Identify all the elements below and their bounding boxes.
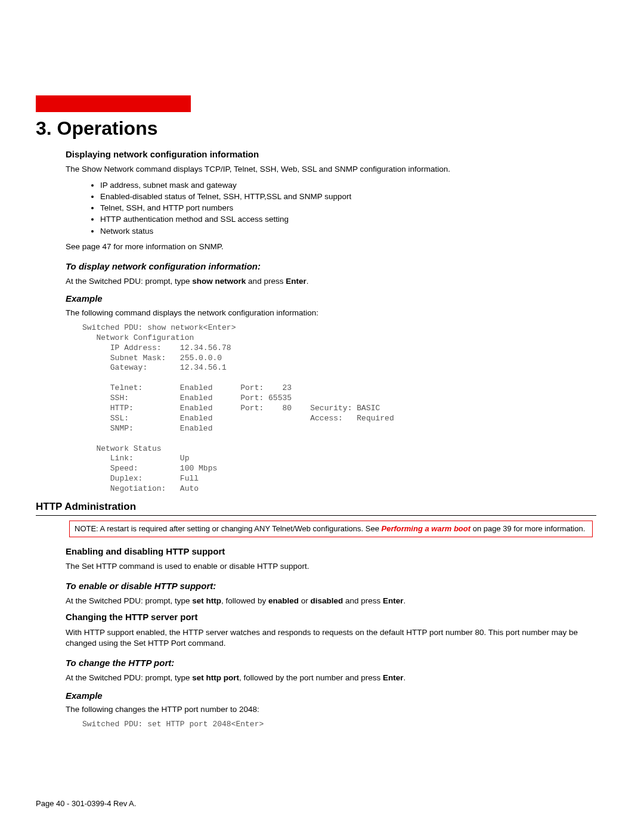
console-output: Switched PDU: set HTTP port 2048<Enter> xyxy=(82,720,596,730)
sub1-text: The Set HTTP command is used to enable o… xyxy=(66,561,596,572)
bullet-item: Telnet, SSH, and HTTP port numbers xyxy=(100,203,596,213)
cmd: set http xyxy=(192,596,221,605)
cmd: set http port xyxy=(192,673,239,682)
text: At the Switched PDU: prompt, type xyxy=(66,673,192,682)
example-text: The following command displays the netwo… xyxy=(66,308,596,318)
section1-title: Displaying network configuration informa… xyxy=(66,148,596,160)
key: Enter xyxy=(383,596,404,605)
note-emphasis: Performing a warm boot xyxy=(382,524,471,533)
section1-p2: See page 47 for more information on SNMP… xyxy=(66,241,596,252)
console-output: Switched PDU: show network<Enter> Networ… xyxy=(82,323,596,494)
cmd: show network xyxy=(192,277,246,286)
sub2-text: With HTTP support enabled, the HTTP serv… xyxy=(66,627,596,649)
text: , followed by xyxy=(221,596,268,605)
bullet-item: Network status xyxy=(100,226,596,237)
cmd: enabled xyxy=(268,596,299,605)
text: At the Switched PDU: prompt, type xyxy=(66,596,192,605)
sub2-example-text: The following changes the HTTP port numb… xyxy=(66,704,596,715)
sub2-title: Changing the HTTP server port xyxy=(66,611,596,623)
bullet-item: IP address, subnet mask and gateway xyxy=(100,180,596,191)
text: . xyxy=(404,596,406,605)
note-text: NOTE: A restart is required after settin… xyxy=(75,524,382,533)
section1-bullets: IP address, subnet mask and gateway Enab… xyxy=(100,180,596,237)
example-title: Example xyxy=(66,293,596,305)
text: or xyxy=(299,596,311,605)
note-text: on page 39 for more information. xyxy=(470,524,585,533)
bullet-item: Enabled-disabled status of Telnet, SSH, … xyxy=(100,191,596,202)
text: At the Switched PDU: prompt, type xyxy=(66,277,192,286)
text: and press xyxy=(343,596,383,605)
content: Displaying network configuration informa… xyxy=(36,148,608,730)
sub1-howto-text: At the Switched PDU: prompt, type set ht… xyxy=(66,596,596,606)
chapter-title: 3. Operations xyxy=(36,116,608,141)
sub1-howto-title: To enable or disable HTTP support: xyxy=(66,580,596,592)
note-box: NOTE: A restart is required after settin… xyxy=(69,521,593,537)
page: 3. Operations Displaying network configu… xyxy=(0,0,644,833)
text: . xyxy=(306,277,309,286)
sub1-title: Enabling and disabling HTTP support xyxy=(66,546,596,558)
key: Enter xyxy=(286,277,306,286)
text: . xyxy=(404,673,406,682)
bullet-item: HTTP authentication method and SSL acces… xyxy=(100,214,596,225)
text: , followed by the port number and press xyxy=(239,673,383,682)
page-footer: Page 40 - 301-0399-4 Rev A. xyxy=(36,798,136,809)
cmd: disabled xyxy=(310,596,343,605)
sub2-howto-text: At the Switched PDU: prompt, type set ht… xyxy=(66,673,596,683)
sub2-howto-title: To change the HTTP port: xyxy=(66,657,596,669)
howto-text: At the Switched PDU: prompt, type show n… xyxy=(66,276,596,287)
section1-p1: The Show Network command displays TCP/IP… xyxy=(66,164,596,175)
section2-title: HTTP Administration xyxy=(36,500,596,516)
key: Enter xyxy=(383,673,404,682)
text: and press xyxy=(246,277,286,286)
header-red-bar xyxy=(36,95,191,112)
sub2-example-title: Example xyxy=(66,690,596,702)
howto-title: To display network configuration informa… xyxy=(66,261,596,272)
